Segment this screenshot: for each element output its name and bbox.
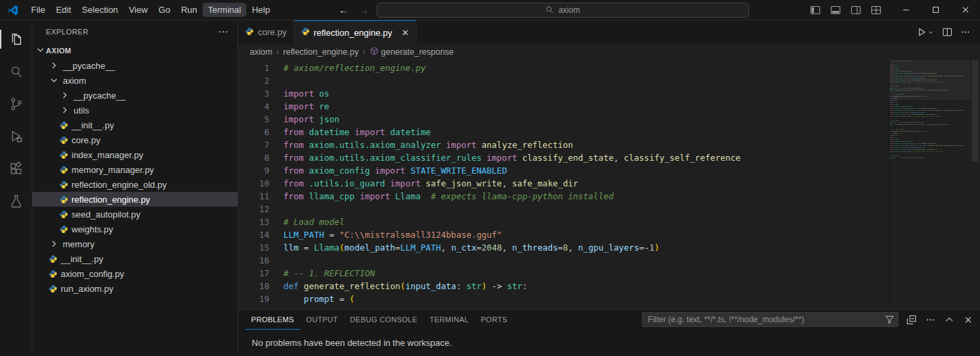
problems-message: No problems have been detected in the wo… (252, 338, 452, 348)
file-tree: __pycache__axiom__pycache__utils__init__… (32, 58, 238, 356)
title-bar: FileEditSelectionViewGoRunTerminalHelp ←… (0, 0, 980, 20)
history-forward-button[interactable]: → (356, 4, 371, 16)
menu-view[interactable]: View (124, 3, 153, 17)
customize-layout-icon[interactable] (871, 5, 881, 16)
editor-scrollbar[interactable] (971, 60, 980, 309)
tree-item-utils[interactable]: utils (32, 103, 238, 118)
tree-item-label: memory (63, 239, 94, 249)
menu-go[interactable]: Go (153, 3, 175, 17)
tree-item-__init__.py[interactable]: __init__.py (32, 118, 238, 132)
tree-root-label: AXIOM (46, 47, 72, 55)
tree-item-reflection_engine_old.py[interactable]: reflection_engine_old.py (32, 177, 238, 192)
explorer-sidebar: EXPLORER ⋯ AXIOM __pycache__axiom__pycac… (32, 20, 238, 356)
maximize-window-button[interactable] (921, 0, 950, 20)
history-back-button[interactable]: ← (336, 4, 351, 16)
tree-item-__init__.py[interactable]: __init__.py (32, 251, 238, 266)
python-icon (49, 270, 57, 278)
breadcrumb-label: generate_response (381, 47, 454, 57)
menu-selection[interactable]: Selection (76, 3, 123, 17)
minimap-slider[interactable] (890, 60, 971, 100)
activity-extensions-icon[interactable] (0, 154, 32, 184)
breadcrumb-item-generate_response[interactable]: generate_response (370, 47, 454, 57)
tree-item-memory_manager.py[interactable]: memory_manager.py (32, 162, 238, 177)
run-python-file-button[interactable] (917, 27, 934, 37)
code-editor[interactable]: 1# axiom/reflection_engine.py23import os… (238, 60, 980, 309)
tree-item-__pycache__[interactable]: __pycache__ (32, 88, 238, 103)
panel-actions (906, 315, 973, 325)
menu-run[interactable]: Run (175, 3, 202, 17)
tab-core.py[interactable]: core.py (238, 20, 294, 44)
minimize-window-button[interactable] (891, 0, 921, 20)
tree-item-__pycache__[interactable]: __pycache__ (32, 58, 238, 73)
tree-item-seed_autopilot.py[interactable]: seed_autopilot.py (32, 207, 238, 222)
menu-help[interactable]: Help (246, 3, 275, 17)
code-line: 3import os (238, 87, 980, 100)
panel-tab-debug-console[interactable]: DEBUG CONSOLE (344, 309, 424, 330)
menu-edit[interactable]: Edit (51, 3, 76, 17)
collapse-all-icon[interactable] (906, 315, 917, 325)
toggle-primary-sidebar-icon[interactable] (810, 5, 821, 16)
code-line: 14LLM_PATH = "C:\\mistralsmall3124bbase.… (238, 228, 980, 241)
chevron-right-icon (59, 90, 70, 101)
close-window-button[interactable] (950, 0, 980, 20)
activity-search-icon[interactable] (0, 57, 32, 86)
code-line: 12 (238, 203, 980, 215)
python-icon (59, 121, 68, 130)
tree-item-reflection_engine.py[interactable]: reflection_engine.py (32, 192, 238, 207)
chevron-right-icon (59, 105, 70, 116)
breadcrumb-item-reflection_engine.py[interactable]: reflection_engine.py (283, 47, 359, 57)
python-icon (59, 210, 68, 219)
maximize-panel-icon[interactable] (944, 315, 954, 325)
breadcrumb-separator: › (362, 47, 365, 57)
tree-item-label: __init__.py (72, 120, 114, 130)
bottom-panel: PROBLEMSOUTPUTDEBUG CONSOLETERMINALPORTS… (238, 309, 980, 356)
activity-source-control-icon[interactable] (0, 89, 32, 119)
split-editor-button[interactable] (942, 27, 952, 37)
panel-tab-output[interactable]: OUTPUT (300, 309, 344, 330)
code-line: 18def generate_reflection(input_data: st… (238, 280, 980, 293)
tree-item-run_axiom.py[interactable]: run_axiom.py (32, 281, 238, 296)
panel-tab-problems[interactable]: PROBLEMS (245, 309, 300, 330)
activity-explorer-icon[interactable] (0, 24, 32, 54)
toggle-secondary-sidebar-icon[interactable] (850, 5, 861, 16)
panel-tab-terminal[interactable]: TERMINAL (423, 309, 474, 330)
tree-item-label: __pycache__ (74, 91, 126, 101)
filter-icon[interactable] (885, 315, 894, 324)
tree-item-index_manager.py[interactable]: index_manager.py (32, 147, 238, 162)
more-actions-icon[interactable] (925, 315, 935, 325)
breadcrumb-label: axiom (250, 47, 272, 57)
tree-item-memory[interactable]: memory (32, 236, 238, 251)
tree-item-core.py[interactable]: core.py (32, 132, 238, 147)
command-center-text: axiom (558, 5, 580, 15)
panel-tab-ports[interactable]: PORTS (474, 309, 513, 330)
tree-item-label: memory_manager.py (72, 165, 154, 175)
activity-testing-icon[interactable] (0, 186, 32, 216)
tree-root-axiom[interactable]: AXIOM (32, 43, 238, 58)
minimap[interactable]: # axiom/reflection_engine.pyimport osimp… (890, 60, 971, 309)
menu-file[interactable]: File (26, 3, 51, 17)
tab-reflection_engine.py[interactable]: reflection_engine.py✕ (294, 20, 416, 44)
python-icon (301, 27, 310, 38)
breadcrumb-separator: › (276, 47, 279, 57)
code-line: 17# -- 1. REFLECTION (238, 267, 980, 280)
activity-run-and-debug-icon[interactable] (0, 122, 32, 151)
tree-item-weights.py[interactable]: weights.py (32, 222, 238, 236)
explorer-more-actions-button[interactable]: ⋯ (218, 26, 228, 38)
python-icon (49, 284, 57, 293)
chevron-down-icon (35, 45, 46, 57)
toggle-panel-icon[interactable] (830, 5, 841, 16)
problems-filter-input[interactable] (642, 312, 898, 327)
tab-close-icon[interactable]: ✕ (402, 28, 409, 38)
close-panel-icon[interactable] (963, 315, 973, 325)
python-icon (59, 225, 68, 234)
code-line: 8from axiom.utils.axiom_classifier_rules… (238, 151, 980, 164)
command-center-search[interactable]: axiom (377, 3, 749, 18)
code-line: 11from llama_cpp import Llama # expects … (238, 190, 980, 203)
tree-item-axiom_config.py[interactable]: axiom_config.py (32, 266, 238, 281)
breadcrumb-item-axiom[interactable]: axiom (250, 47, 272, 57)
tree-item-label: __pycache__ (63, 61, 115, 71)
menu-terminal[interactable]: Terminal (202, 3, 246, 17)
tree-item-label: utils (74, 105, 89, 116)
tree-item-axiom[interactable]: axiom (32, 73, 238, 88)
more-actions-button[interactable] (960, 27, 971, 37)
